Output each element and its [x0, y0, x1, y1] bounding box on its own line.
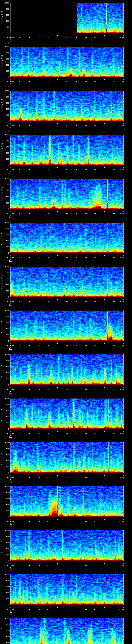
x-tick-label: 15 [38, 433, 40, 434]
x-axis-start-time: 6:14:00 [7, 257, 14, 258]
x-tick-label: 10 [28, 301, 30, 302]
x-tick-label: 35 [75, 345, 77, 346]
x-tick-label: 10 [28, 564, 30, 566]
x-tick-label: 25 [56, 608, 58, 610]
x-tick-label: 55 [113, 388, 115, 390]
y-tick-label: 400 [4, 152, 9, 154]
spectrogram-panel-6-10-00: Frequency (Hz) 4 Sep 2016 02004006008001… [0, 44, 132, 88]
x-tick-label: 30 [66, 520, 68, 522]
x-tick-label: 20 [47, 213, 49, 214]
x-tick-label: 15 [38, 388, 40, 390]
x-tick-label: 40 [85, 213, 87, 214]
y-axis-title: Frequency (Hz) [1, 538, 3, 553]
x-tick-label: 15 [38, 257, 40, 258]
x-axis-end-time: 11:00 [119, 81, 124, 82]
x-tick-label: 15 [38, 608, 40, 610]
y-tick-label: 1000 [4, 266, 9, 268]
y-tick-label: 600 [4, 190, 9, 192]
y-tick-label: 800 [4, 492, 9, 493]
x-tick-label: 50 [104, 476, 106, 478]
x-tick-label: 50 [104, 257, 106, 258]
spectrogram-panel-6-18-00: Frequency (Hz) 4 Sep 2016 02004006008001… [0, 396, 132, 440]
y-tick-label: 600 [4, 630, 9, 631]
y-axis-title: Frequency (Hz) [1, 275, 3, 289]
spectrogram-panel-6-09-00: Frequency (Hz) 4 Sep 2016 02004006008001… [0, 0, 132, 44]
x-tick-label: 25 [56, 476, 58, 478]
date-label: 4 Sep 2016 [8, 390, 12, 396]
x-tick-label: 50 [104, 345, 106, 346]
y-tick-label: 400 [4, 284, 9, 286]
x-tick-label: 20 [47, 608, 49, 610]
x-tick-label: 30 [66, 433, 68, 434]
x-tick-label: 30 [66, 169, 68, 170]
x-tick-label: 50 [104, 125, 106, 126]
x-tick-label: 45 [94, 520, 96, 522]
x-tick-label: 30 [66, 608, 68, 610]
date-year: 2016 [8, 130, 12, 132]
x-tick-label: 30 [66, 37, 68, 39]
y-tick-label: 1000 [4, 90, 9, 92]
spectrogram-stack: Frequency (Hz) 4 Sep 2016 02004006008001… [0, 0, 132, 644]
y-tick-label: 600 [4, 58, 9, 60]
y-tick-label: 200 [4, 642, 9, 643]
x-tick-label: 5 [19, 301, 20, 302]
x-tick-label: 5 [19, 37, 20, 39]
x-tick-label: 35 [75, 257, 77, 258]
x-tick-label: 10 [28, 213, 30, 214]
y-tick-label: 0 [4, 296, 9, 298]
spectrogram-panel-6-11-00: Frequency (Hz) 4 Sep 2016 02004006008001… [0, 88, 132, 132]
x-tick-label: 35 [75, 301, 77, 302]
x-tick-label: 55 [113, 301, 115, 302]
y-tick-label: 800 [4, 624, 9, 625]
y-tick-label: 0 [4, 340, 9, 342]
x-tick-label: 20 [47, 345, 49, 346]
y-tick-label: 800 [4, 580, 9, 581]
x-tick-label: 15 [38, 125, 40, 126]
x-axis-start-time: 6:09:00 [7, 37, 14, 39]
x-axis-end-time: 15:00 [119, 257, 124, 258]
x-tick-label: 45 [94, 213, 96, 214]
y-tick-label: 200 [4, 246, 9, 248]
y-tick-label: 600 [4, 454, 9, 456]
x-axis-start-time: 6:18:00 [7, 433, 14, 434]
x-axis-end-time: 20:00 [119, 476, 124, 478]
y-tick-label: 400 [4, 460, 9, 462]
y-tick-label: 0 [4, 428, 9, 430]
x-tick-label: 35 [75, 520, 77, 522]
y-tick-label: 200 [4, 202, 9, 204]
x-tick-label: 30 [66, 345, 68, 346]
x-tick-label: 10 [28, 345, 30, 346]
x-axis-end-time: 14:00 [119, 213, 124, 214]
y-tick-label: 0 [4, 516, 9, 518]
x-tick-label: 40 [85, 433, 87, 434]
x-tick-label: 50 [104, 520, 106, 522]
y-tick-label: 1000 [4, 574, 9, 575]
x-axis-start-time: 6:10:00 [7, 81, 14, 82]
spectrogram-panel-6-19-00: Frequency (Hz) 4 Sep 2016 02004006008001… [0, 440, 132, 484]
x-tick-label: 5 [19, 257, 20, 258]
x-tick-label: 50 [104, 608, 106, 610]
date-year: 2016 [8, 262, 12, 264]
x-tick-label: 25 [56, 433, 58, 434]
y-tick-label: 400 [4, 372, 9, 374]
x-tick-label: 15 [38, 564, 40, 566]
x-axis-end-time: 12:00 [119, 125, 124, 126]
y-tick-label: 1000 [4, 398, 9, 400]
y-tick-label: 1000 [4, 2, 9, 4]
x-axis-end-time: 22:00 [119, 564, 124, 566]
y-axis-title: Frequency (Hz) [1, 362, 3, 377]
spectrogram-panel-6-22-00: Frequency (Hz) 4 Sep 2016 02004006008001… [0, 572, 132, 616]
y-tick-label: 0 [4, 560, 9, 562]
spectrogram-panel-6-17-00: Frequency (Hz) 4 Sep 2016 02004006008001… [0, 352, 132, 396]
y-tick-label: 200 [4, 114, 9, 116]
x-tick-label: 5 [19, 169, 20, 170]
date-label: 4 Sep 2016 [8, 39, 12, 44]
y-tick-label: 600 [4, 278, 9, 280]
x-tick-label: 55 [113, 608, 115, 610]
x-tick-label: 50 [104, 564, 106, 566]
y-tick-label: 0 [4, 208, 9, 210]
x-tick-label: 25 [56, 301, 58, 302]
y-axis-title: Frequency (Hz) [1, 187, 3, 201]
x-axis-start-time: 6:12:00 [7, 169, 14, 170]
x-tick-label: 50 [104, 388, 106, 390]
